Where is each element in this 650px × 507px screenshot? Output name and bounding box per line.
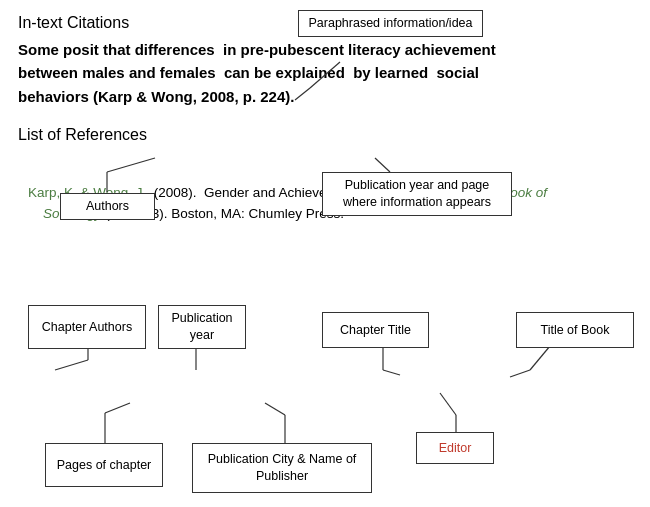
callout-chapter-title: Chapter Title	[322, 312, 429, 348]
callout-authors: Authors	[60, 193, 155, 220]
callout-pub-year-page: Publication year and page where informat…	[322, 172, 512, 216]
svg-line-12	[510, 370, 530, 377]
svg-line-3	[107, 158, 155, 172]
callout-title-of-book: Title of Book	[516, 312, 634, 348]
callout-publication-year: Publication year	[158, 305, 246, 349]
svg-line-16	[265, 403, 285, 415]
svg-line-18	[440, 393, 456, 415]
ref-title: List of References	[18, 126, 632, 144]
svg-line-10	[383, 370, 400, 375]
callout-paraphrased: Paraphrased information/idea	[298, 10, 483, 37]
svg-line-14	[105, 403, 130, 413]
svg-line-5	[375, 158, 390, 172]
svg-line-7	[55, 360, 88, 370]
callout-editor: Editor	[416, 432, 494, 464]
callout-chapter-authors: Chapter Authors	[28, 305, 146, 349]
citation-text: Some posit that differences in pre-pubes…	[18, 38, 632, 108]
callout-pages-of-chapter: Pages of chapter	[45, 443, 163, 487]
page: In-text Citations Some posit that differ…	[0, 0, 650, 507]
callout-pub-city: Publication City & Name of Publisher	[192, 443, 372, 493]
